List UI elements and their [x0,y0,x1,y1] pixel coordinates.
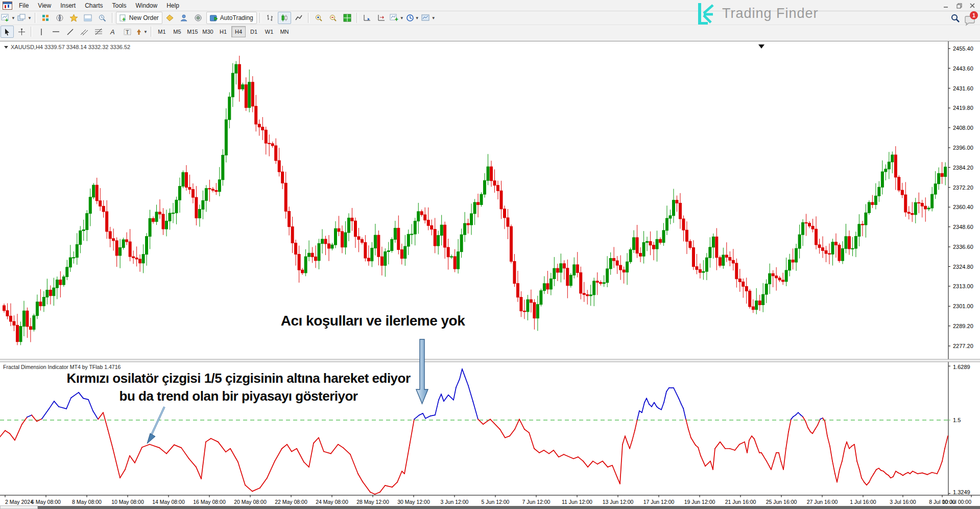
svg-text:7 Jun 12:00: 7 Jun 12:00 [522,499,551,505]
svg-text:2336.60: 2336.60 [953,244,973,250]
chart-surface[interactable]: 2455.402443.602431.602419.802408.002396.… [0,0,980,509]
svg-text:2 May 2024: 2 May 2024 [5,499,33,505]
svg-text:1.5: 1.5 [953,417,961,423]
svg-text:2455.40: 2455.40 [953,45,973,52]
svg-text:30 May 12:00: 30 May 12:00 [397,499,430,505]
trading-finder-logo-text: Trading Finder [722,6,819,21]
annotation-no-progress: Acı koşulları ve ilerleme yok [220,313,526,329]
svg-text:2408.00: 2408.00 [953,125,973,131]
svg-text:2289.20: 2289.20 [953,323,973,329]
svg-text:20 May 08:00: 20 May 08:00 [234,499,267,505]
annotation-red-oscillator: Kırmızı osilatör çizgisi 1/5 çizgisinin … [32,369,445,405]
arrow-head [147,433,155,444]
symbol-dropdown-icon [4,46,8,49]
svg-text:1.3249: 1.3249 [953,489,970,495]
candlestick-series [3,56,947,345]
svg-text:24 May 08:00: 24 May 08:00 [316,499,348,505]
svg-text:2396.00: 2396.00 [953,145,973,151]
svg-text:2384.20: 2384.20 [953,165,973,171]
annotation-line-1: Kırmızı osilatör çizgisi 1/5 çizgisinin … [32,369,445,387]
svg-text:2372.20: 2372.20 [953,184,973,191]
svg-text:2313.00: 2313.00 [953,283,973,289]
scroll-corner [0,505,38,509]
bottom-edge-bar[interactable] [38,506,980,509]
svg-text:10 Jul 00:00: 10 Jul 00:00 [942,499,971,505]
mt4-window: FileViewInsertChartsToolsWindowHelp + ▼ … [0,0,980,509]
svg-text:1 Jul 16:00: 1 Jul 16:00 [850,499,876,505]
svg-text:1.6289: 1.6289 [953,364,970,370]
notification-badge: 1 [970,11,978,19]
svg-text:2431.60: 2431.60 [953,85,973,91]
svg-text:2301.00: 2301.00 [953,303,973,309]
svg-text:2277.20: 2277.20 [953,343,973,349]
svg-text:2443.60: 2443.60 [953,65,973,72]
svg-text:16 May 08:00: 16 May 08:00 [193,499,226,505]
svg-text:2360.40: 2360.40 [953,204,973,210]
svg-text:27 Jun 16:00: 27 Jun 16:00 [807,499,838,505]
svg-text:3 Jun 12:00: 3 Jun 12:00 [441,499,469,505]
svg-text:3 Jul 16:00: 3 Jul 16:00 [890,499,916,505]
svg-text:17 Jun 12:00: 17 Jun 12:00 [643,499,675,505]
svg-text:14 May 08:00: 14 May 08:00 [152,499,185,505]
restore-button[interactable] [955,3,963,9]
svg-text:25 Jun 16:00: 25 Jun 16:00 [766,499,797,505]
window-controls [942,3,976,9]
svg-text:10 May 08:00: 10 May 08:00 [111,499,144,505]
svg-text:13 Jun 12:00: 13 Jun 12:00 [603,499,634,505]
trading-finder-logo: Trading Finder [696,2,819,25]
svg-text:2348.60: 2348.60 [953,224,973,230]
trading-finder-logo-icon [696,2,717,25]
svg-text:2324.80: 2324.80 [953,264,973,270]
svg-text:19 Jun 12:00: 19 Jun 12:00 [684,499,715,505]
annotation-line-2: bu da trend olan bir piyasayı gösteriyor [32,387,445,405]
svg-text:2419.80: 2419.80 [953,105,973,111]
close-button[interactable] [969,3,976,9]
symbol-label[interactable]: XAUUSD,H4 3339.57 3348.14 3332.32 3336.5… [4,44,130,50]
svg-text:22 May 08:00: 22 May 08:00 [275,499,307,505]
svg-text:8 May 08:00: 8 May 08:00 [72,499,102,505]
minimize-button[interactable] [942,3,949,9]
svg-text:11 Jun 12:00: 11 Jun 12:00 [562,499,592,505]
chart-frame-lines [0,41,980,495]
svg-text:5 Jun 12:00: 5 Jun 12:00 [482,499,510,505]
svg-text:6 May 08:00: 6 May 08:00 [31,499,61,505]
svg-text:28 May 12:00: 28 May 12:00 [356,499,389,505]
symbol-ohlc-text: XAUUSD,H4 3339.57 3348.14 3332.32 3336.5… [11,44,130,50]
svg-text:21 Jun 16:00: 21 Jun 16:00 [725,499,756,505]
search-icon[interactable] [951,14,960,25]
